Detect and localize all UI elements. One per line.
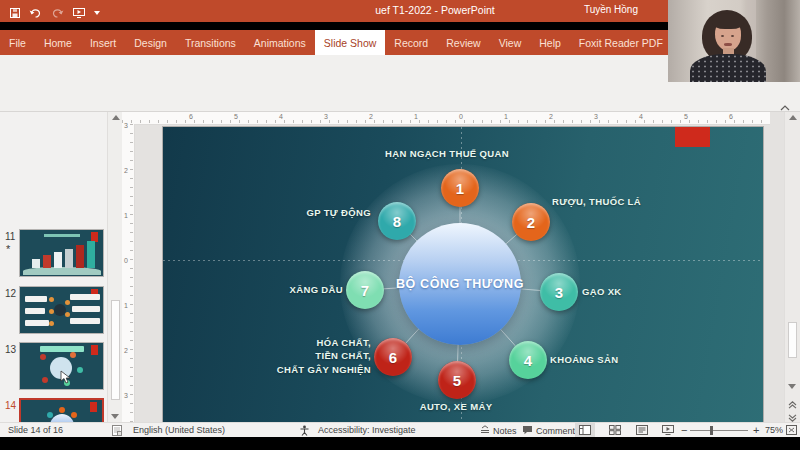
horizontal-ruler: 6543210123456: [122, 112, 770, 125]
reading-view-icon[interactable]: [632, 423, 652, 437]
screen-letterbox: [0, 437, 800, 450]
zoom-in-button[interactable]: +: [753, 424, 759, 436]
thumbnail-number-12: 12: [5, 288, 16, 299]
fit-slide-icon[interactable]: [786, 425, 797, 435]
normal-view-icon[interactable]: [575, 423, 595, 437]
tab-review[interactable]: Review: [437, 30, 489, 55]
notes-toggle[interactable]: Notes: [480, 425, 517, 436]
start-slideshow-icon[interactable]: [73, 4, 85, 22]
slide-scrollbar[interactable]: [784, 112, 800, 422]
powerpoint-window: uef T1-2022 - PowerPoint Tuyền Hồng File…: [0, 0, 800, 450]
diagram-node-label-1[interactable]: HẠN NGẠCH THUẾ QUAN: [385, 147, 509, 160]
person-torso: [690, 54, 766, 82]
diagram-node-5[interactable]: 5: [438, 361, 476, 399]
ruler-number: 1: [414, 113, 418, 120]
ruler-number: 3: [124, 392, 128, 399]
language-status[interactable]: English (United States): [133, 425, 225, 435]
diagram-node-label-2[interactable]: RƯỢU, THUỐC LÁ: [552, 195, 641, 208]
zoom-level[interactable]: 75%: [765, 425, 783, 435]
diagram-node-label-5[interactable]: AUTO, XE MÁY: [420, 400, 493, 413]
scroll-up-icon[interactable]: [789, 115, 797, 120]
animation-star-icon: *: [6, 243, 10, 255]
save-icon[interactable]: [10, 4, 20, 22]
diagram-node-2[interactable]: 2: [512, 203, 550, 241]
undo-icon[interactable]: [29, 4, 42, 22]
customize-quick-access-icon[interactable]: [94, 11, 100, 15]
ruler-number: 6: [189, 113, 193, 120]
diagram-node-label-6[interactable]: HÓA CHẤT, TIỀN CHẤT, CHẤT GÂY NGHIỆN: [277, 336, 371, 376]
diagram-node-3[interactable]: 3: [540, 273, 578, 311]
ruler-number: 2: [549, 113, 553, 120]
slideshow-view-icon[interactable]: [658, 423, 678, 437]
diagram-node-6[interactable]: 6: [374, 338, 412, 376]
zoom-out-button[interactable]: −: [681, 424, 687, 436]
tab-foxit-reader-pdf[interactable]: Foxit Reader PDF: [570, 30, 672, 55]
slide-canvas-viewport: BỘ CÔNG THƯƠNG 1HẠN NGẠCH THUẾ QUAN2RƯỢU…: [163, 127, 763, 422]
diagram-node-label-7[interactable]: XĂNG DẦU: [290, 283, 343, 296]
diagram-center-circle[interactable]: BỘ CÔNG THƯƠNG: [399, 223, 521, 345]
slide-thumbnail-14[interactable]: [19, 398, 104, 422]
slide-thumbnail-12[interactable]: [19, 286, 104, 334]
ruler-number: 1: [504, 113, 508, 120]
comments-icon: [522, 425, 533, 437]
diagram-node-7[interactable]: 7: [346, 271, 384, 309]
ruler-number: 4: [639, 113, 643, 120]
tab-transitions[interactable]: Transitions: [176, 30, 245, 55]
notes-page-icon[interactable]: [112, 425, 122, 436]
tab-design[interactable]: Design: [125, 30, 176, 55]
diagram-node-8[interactable]: 8: [378, 202, 416, 240]
vertical-ruler: 3210123: [122, 124, 135, 422]
accessibility-icon[interactable]: [299, 425, 310, 436]
scrollbar-thumb[interactable]: [788, 322, 797, 358]
ruler-number: 5: [684, 113, 688, 120]
notes-icon: [480, 425, 490, 436]
slide-sorter-icon[interactable]: [605, 423, 625, 437]
diagram-node-label-3[interactable]: GẠO XK: [582, 285, 622, 298]
scroll-up-icon[interactable]: [112, 115, 120, 120]
tab-record[interactable]: Record: [385, 30, 437, 55]
ruler-number: 3: [594, 113, 598, 120]
ruler-number: 0: [459, 113, 463, 120]
person-bangs: [712, 13, 744, 29]
slide-canvas[interactable]: BỘ CÔNG THƯƠNG 1HẠN NGẠCH THUẾ QUAN2RƯỢU…: [163, 127, 763, 422]
thumbnail-scrollbar[interactable]: [107, 112, 123, 422]
ruler-number: 2: [124, 347, 128, 354]
ruler-number: 3: [324, 113, 328, 120]
redo-icon[interactable]: [51, 4, 64, 22]
ruler-number: 4: [279, 113, 283, 120]
zoom-slider-track[interactable]: [690, 430, 748, 431]
thumbnail-number-14: 14: [5, 400, 16, 411]
ruler-number: 3: [124, 122, 128, 129]
slide-accent-rectangle[interactable]: [675, 127, 710, 147]
scrollbar-thumb[interactable]: [111, 300, 120, 400]
slide-thumbnail-panel: 11*1213141516: [0, 112, 107, 422]
tab-insert[interactable]: Insert: [81, 30, 125, 55]
tab-file[interactable]: File: [0, 30, 35, 55]
scroll-down-icon[interactable]: [788, 384, 796, 389]
diagram-node-1[interactable]: 1: [441, 169, 479, 207]
tab-help[interactable]: Help: [530, 30, 570, 55]
ruler-number: 1: [124, 212, 128, 219]
ruler-number: 0: [124, 257, 128, 264]
diagram-node-4[interactable]: 4: [509, 341, 547, 379]
ruler-number: 2: [369, 113, 373, 120]
tab-home[interactable]: Home: [35, 30, 81, 55]
diagram-node-label-4[interactable]: KHOÁNG SẢN: [550, 353, 618, 366]
ruler-number: 6: [729, 113, 733, 120]
webcam-overlay: [668, 0, 800, 82]
thumbnail-number-13: 13: [5, 344, 16, 355]
scroll-down-icon[interactable]: [111, 414, 119, 419]
window-title: uef T1-2022 - PowerPoint: [300, 4, 570, 16]
tab-animations[interactable]: Animations: [245, 30, 315, 55]
diagram-node-label-8[interactable]: GP TỰ ĐỘNG: [306, 206, 371, 219]
zoom-slider-thumb[interactable]: [710, 426, 713, 435]
slide-thumbnail-11[interactable]: [19, 229, 104, 277]
tab-view[interactable]: View: [490, 30, 531, 55]
ruler-number: 5: [234, 113, 238, 120]
comments-toggle[interactable]: Comments: [522, 425, 580, 437]
account-user-name[interactable]: Tuyền Hồng: [584, 4, 638, 15]
accessibility-status[interactable]: Accessibility: Investigate: [318, 425, 416, 435]
status-bar: Slide 14 of 16 English (United States) A…: [0, 422, 800, 437]
quick-access-toolbar: [10, 4, 100, 22]
tab-slide-show[interactable]: Slide Show: [315, 30, 386, 55]
